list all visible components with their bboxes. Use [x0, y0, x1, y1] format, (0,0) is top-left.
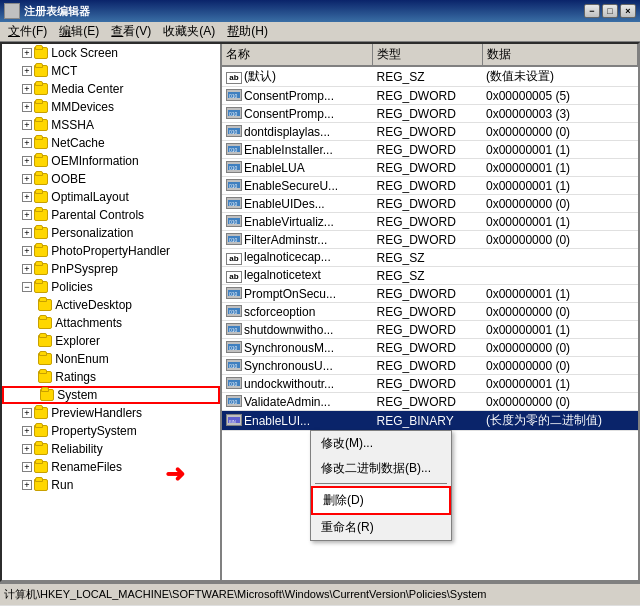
- reg-cell-name[interactable]: 010 FilterAdminstr...: [222, 231, 373, 249]
- registry-row[interactable]: 010 EnableInstaller... REG_DWORD 0x00000…: [222, 141, 638, 159]
- registry-row[interactable]: 010 undockwithoutr... REG_DWORD 0x000000…: [222, 375, 638, 393]
- reg-cell-name[interactable]: 010 PromptOnSecu...: [222, 285, 373, 303]
- registry-row[interactable]: 010 PromptOnSecu... REG_DWORD 0x00000001…: [222, 285, 638, 303]
- tree-item-oeminformation[interactable]: + OEMInformation: [2, 152, 220, 170]
- tree-item-mssha[interactable]: + MSSHA: [2, 116, 220, 134]
- registry-row[interactable]: 010 ConsentPromp... REG_DWORD 0x00000003…: [222, 105, 638, 123]
- tree-item-run[interactable]: + Run: [2, 476, 220, 494]
- tree-item-pnpsysprep[interactable]: + PnPSysprep: [2, 260, 220, 278]
- reg-cell-type: REG_DWORD: [373, 303, 483, 321]
- tree-label: Explorer: [55, 334, 100, 348]
- tree-item-mmdevices[interactable]: + MMDevices: [2, 98, 220, 116]
- tree-label: OEMInformation: [51, 154, 138, 168]
- close-button[interactable]: ×: [620, 4, 636, 18]
- context-menu-modify[interactable]: 修改(M)...: [311, 431, 451, 456]
- tree-item-lockscreen[interactable]: + Lock Screen: [2, 44, 220, 62]
- tree-item-optimallayout[interactable]: + OptimalLayout: [2, 188, 220, 206]
- expand-icon: +: [22, 192, 32, 202]
- maximize-button[interactable]: □: [602, 4, 618, 18]
- tree-label: Media Center: [51, 82, 123, 96]
- tree-item-photoproperty[interactable]: + PhotoPropertyHandler: [2, 242, 220, 260]
- registry-row[interactable]: 010 SynchronousU... REG_DWORD 0x00000000…: [222, 357, 638, 375]
- registry-row[interactable]: BIN EnableLUI... REG_BINARY (长度为零的二进制值): [222, 411, 638, 431]
- context-menu: 修改(M)... 修改二进制数据(B)... 删除(D) 重命名(R): [310, 430, 452, 541]
- reg-cell-name[interactable]: 010 EnableVirtualiz...: [222, 213, 373, 231]
- reg-cell-name[interactable]: 010 SynchronousM...: [222, 339, 373, 357]
- context-menu-modify-binary[interactable]: 修改二进制数据(B)...: [311, 456, 451, 481]
- registry-row[interactable]: ablegalnoticetext REG_SZ: [222, 267, 638, 285]
- reg-cell-name[interactable]: ab(默认): [222, 66, 373, 87]
- reg-cell-name[interactable]: 010 ConsentPromp...: [222, 87, 373, 105]
- tree-item-ratings[interactable]: Ratings: [2, 368, 220, 386]
- reg-cell-type: REG_DWORD: [373, 87, 483, 105]
- registry-row[interactable]: 010 EnableSecureU... REG_DWORD 0x0000000…: [222, 177, 638, 195]
- reg-cell-name[interactable]: ablegalnoticetext: [222, 267, 373, 285]
- tree-item-system[interactable]: System: [2, 386, 220, 404]
- tree-item-explorer[interactable]: Explorer: [2, 332, 220, 350]
- reg-cell-name[interactable]: 010 ConsentPromp...: [222, 105, 373, 123]
- registry-row[interactable]: 010 ConsentPromp... REG_DWORD 0x00000005…: [222, 87, 638, 105]
- tree-item-previewhandlers[interactable]: + PreviewHandlers: [2, 404, 220, 422]
- registry-row[interactable]: 010 EnableLUA REG_DWORD 0x00000001 (1): [222, 159, 638, 177]
- tree-item-oobe[interactable]: + OOBE: [2, 170, 220, 188]
- tree-item-mct[interactable]: + MCT: [2, 62, 220, 80]
- reg-cell-name[interactable]: 010 EnableInstaller...: [222, 141, 373, 159]
- context-menu-delete[interactable]: 删除(D): [311, 486, 451, 515]
- registry-row[interactable]: 010 SynchronousM... REG_DWORD 0x00000000…: [222, 339, 638, 357]
- registry-row[interactable]: ab(默认) REG_SZ (数值未设置): [222, 66, 638, 87]
- reg-cell-name[interactable]: 010 EnableUIDes...: [222, 195, 373, 213]
- tree-item-personalization[interactable]: + Personalization: [2, 224, 220, 242]
- expand-icon: +: [22, 408, 32, 418]
- tree-item-renamefiles[interactable]: + RenameFiles: [2, 458, 220, 476]
- tree-item-nonenum[interactable]: NonEnum: [2, 350, 220, 368]
- tree-item-propertysystem[interactable]: + PropertySystem: [2, 422, 220, 440]
- menu-edit[interactable]: 编辑(E): [53, 21, 105, 42]
- registry-row[interactable]: 010 scforceoption REG_DWORD 0x00000000 (…: [222, 303, 638, 321]
- tree-item-activedesktop[interactable]: ActiveDesktop: [2, 296, 220, 314]
- registry-row[interactable]: 010 EnableVirtualiz... REG_DWORD 0x00000…: [222, 213, 638, 231]
- minimize-button[interactable]: −: [584, 4, 600, 18]
- registry-row[interactable]: 010 EnableUIDes... REG_DWORD 0x00000000 …: [222, 195, 638, 213]
- registry-row[interactable]: 010 ValidateAdmin... REG_DWORD 0x0000000…: [222, 393, 638, 411]
- reg-cell-name[interactable]: 010 scforceoption: [222, 303, 373, 321]
- reg-cell-type: REG_DWORD: [373, 195, 483, 213]
- folder-icon: [34, 173, 48, 185]
- folder-icon: [34, 461, 48, 473]
- menu-favorites[interactable]: 收藏夹(A): [157, 21, 221, 42]
- menu-view[interactable]: 查看(V): [105, 21, 157, 42]
- reg-cell-name[interactable]: BIN EnableLUI...: [222, 411, 373, 431]
- reg-cell-name[interactable]: 010 dontdisplaylas...: [222, 123, 373, 141]
- svg-text:010: 010: [229, 201, 238, 207]
- tree-label: Policies: [51, 280, 92, 294]
- reg-cell-name[interactable]: 010 EnableSecureU...: [222, 177, 373, 195]
- menu-file[interactable]: 文件(F): [2, 21, 53, 42]
- reg-cell-name[interactable]: 010 EnableLUA: [222, 159, 373, 177]
- registry-row[interactable]: ablegalnoticecap... REG_SZ: [222, 249, 638, 267]
- tree-item-parentalcontrols[interactable]: + Parental Controls: [2, 206, 220, 224]
- registry-row[interactable]: 010 FilterAdminstr... REG_DWORD 0x000000…: [222, 231, 638, 249]
- reg-cell-name[interactable]: ablegalnoticecap...: [222, 249, 373, 267]
- expand-icon: +: [22, 264, 32, 274]
- reg-cell-name[interactable]: 010 undockwithoutr...: [222, 375, 373, 393]
- expand-icon: +: [22, 462, 32, 472]
- reg-cell-data: 0x00000001 (1): [482, 321, 637, 339]
- tree-item-policies[interactable]: − Policies: [2, 278, 220, 296]
- registry-row[interactable]: 010 shutdownwitho... REG_DWORD 0x0000000…: [222, 321, 638, 339]
- tree-item-attachments[interactable]: Attachments: [2, 314, 220, 332]
- reg-icon-dword: 010: [226, 179, 242, 191]
- tree-label: System: [57, 388, 97, 402]
- reg-cell-name[interactable]: 010 SynchronousU...: [222, 357, 373, 375]
- reg-cell-data: 0x00000001 (1): [482, 141, 637, 159]
- tree-label: Parental Controls: [51, 208, 144, 222]
- tree-item-netcache[interactable]: + NetCache: [2, 134, 220, 152]
- reg-cell-name[interactable]: 010 ValidateAdmin...: [222, 393, 373, 411]
- registry-tree[interactable]: + Lock Screen + MCT + Media Center + MMD…: [2, 44, 222, 580]
- menu-help[interactable]: 帮助(H): [221, 21, 274, 42]
- reg-cell-name[interactable]: 010 shutdownwitho...: [222, 321, 373, 339]
- context-menu-rename[interactable]: 重命名(R): [311, 515, 451, 540]
- tree-item-reliability[interactable]: + Reliability: [2, 440, 220, 458]
- tree-item-mediacenter[interactable]: + Media Center: [2, 80, 220, 98]
- registry-row[interactable]: 010 dontdisplaylas... REG_DWORD 0x000000…: [222, 123, 638, 141]
- status-bar: 计算机\HKEY_LOCAL_MACHINE\SOFTWARE\Microsof…: [0, 582, 640, 606]
- reg-cell-data: 0x00000005 (5): [482, 87, 637, 105]
